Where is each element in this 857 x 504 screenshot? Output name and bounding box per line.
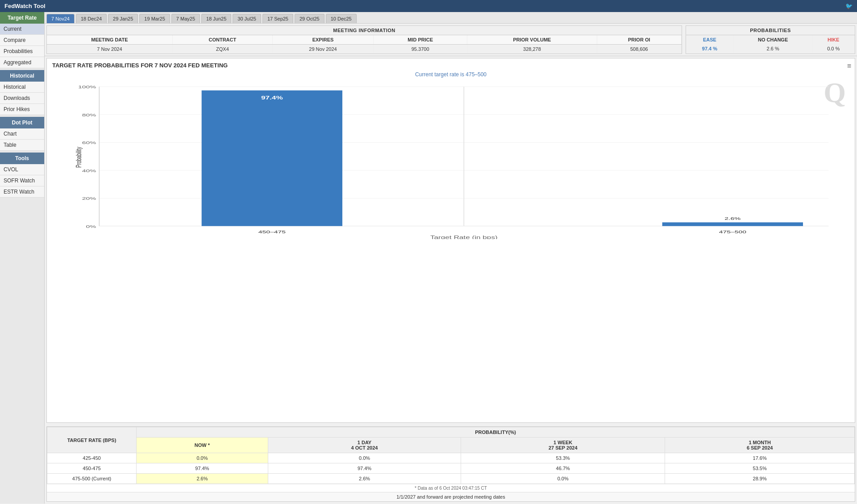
bar-475-500 bbox=[662, 223, 803, 226]
cell-1week: 46.7% bbox=[461, 463, 665, 474]
col-expires: EXPIRES bbox=[272, 35, 373, 45]
probabilities-table: EASE NO CHANGE HIKE 97.4 % 2.6 % 0.0 % bbox=[686, 35, 855, 53]
tab-29jan25[interactable]: 29 Jan25 bbox=[108, 14, 138, 23]
cell-1month: 28.9% bbox=[665, 474, 855, 484]
cell-1day: 97.4% bbox=[268, 463, 461, 474]
tab-30jul25[interactable]: 30 Jul25 bbox=[233, 14, 261, 23]
cell-contract: ZQX4 bbox=[172, 45, 272, 54]
cell-1month: 53.5% bbox=[665, 463, 855, 474]
probabilities-header: PROBABILITIES bbox=[686, 26, 855, 35]
sidebar-item-historical[interactable]: Historical bbox=[0, 82, 44, 93]
twitter-icon: 🐦 bbox=[845, 3, 853, 9]
svg-text:40%: 40% bbox=[82, 168, 96, 173]
sidebar-item-aggregated[interactable]: Aggregated bbox=[0, 57, 44, 68]
col-now: NOW * bbox=[137, 438, 268, 453]
sidebar-historical-header[interactable]: Historical bbox=[0, 70, 44, 82]
svg-text:0%: 0% bbox=[86, 224, 96, 229]
tab-29oct25[interactable]: 29 Oct25 bbox=[295, 14, 324, 23]
cell-rate: 425-450 bbox=[47, 453, 137, 463]
svg-text:60%: 60% bbox=[82, 140, 96, 145]
footer-note: 1/1/2027 and forward are projected meeti… bbox=[47, 492, 855, 501]
tab-19mar25[interactable]: 19 Mar25 bbox=[139, 14, 170, 23]
sidebar-item-probabilities[interactable]: Probabilities bbox=[0, 46, 44, 57]
tab-7nov24[interactable]: 7 Nov24 bbox=[46, 14, 75, 23]
sidebar-item-cvol[interactable]: CVOL bbox=[0, 164, 44, 175]
sidebar-dotplot-header[interactable]: Dot Plot bbox=[0, 117, 44, 128]
tab-18dec24[interactable]: 18 Dec24 bbox=[76, 14, 107, 23]
footnote: * Data as of 6 Oct 2024 03:47:15 CT bbox=[47, 484, 855, 492]
topbar: FedWatch Tool 🐦 bbox=[0, 0, 857, 12]
svg-text:97.4%: 97.4% bbox=[261, 95, 283, 100]
col-1week: 1 WEEK 27 SEP 2024 bbox=[461, 438, 665, 453]
sidebar-item-chart[interactable]: Chart bbox=[0, 128, 44, 140]
chart-area: TARGET RATE PROBABILITIES FOR 7 NOV 2024… bbox=[46, 58, 855, 423]
svg-text:450–475: 450–475 bbox=[258, 230, 286, 235]
app-title: FedWatch Tool bbox=[4, 3, 46, 9]
bottom-table-area: TARGET RATE (BPS) PROBABILITY(%) NOW * 1… bbox=[46, 426, 855, 502]
cell-now: 97.4% bbox=[137, 463, 268, 474]
svg-text:2.6%: 2.6% bbox=[724, 216, 741, 221]
col-meeting-date: MEETING DATE bbox=[47, 35, 172, 45]
prob-header: PROBABILITY(%) bbox=[137, 427, 855, 438]
cell-ease: 97.4 % bbox=[686, 44, 733, 53]
meeting-info-table: MEETING DATE CONTRACT EXPIRES MID PRICE … bbox=[47, 35, 682, 54]
col-1day: 1 DAY 4 OCT 2024 bbox=[268, 438, 461, 453]
cell-expires: 29 Nov 2024 bbox=[272, 45, 373, 54]
chart-menu-icon[interactable]: ≡ bbox=[847, 62, 851, 70]
meeting-tabs: 7 Nov24 18 Dec24 29 Jan25 19 Mar25 7 May… bbox=[45, 12, 857, 24]
cell-1week: 0.0% bbox=[461, 474, 665, 484]
info-area: MEETING INFORMATION MEETING DATE CONTRAC… bbox=[45, 24, 857, 56]
sidebar-item-sofr-watch[interactable]: SOFR Watch bbox=[0, 175, 44, 186]
col-mid-price: MID PRICE bbox=[374, 35, 467, 45]
svg-text:Target Rate (in bps): Target Rate (in bps) bbox=[430, 235, 498, 239]
col-no-change: NO CHANGE bbox=[733, 35, 812, 44]
sidebar-item-estr-watch[interactable]: ESTR Watch bbox=[0, 186, 44, 198]
svg-text:80%: 80% bbox=[82, 112, 96, 117]
sidebar-item-current[interactable]: Current bbox=[0, 24, 44, 35]
col-ease: EASE bbox=[686, 35, 733, 44]
cell-prior-volume: 328,278 bbox=[467, 45, 597, 54]
col-prior-oi: PRIOR OI bbox=[597, 35, 681, 45]
chart-container: 100% 80% 60% 40% 20% 0% Probability bbox=[47, 78, 855, 266]
meeting-info-header: MEETING INFORMATION bbox=[47, 26, 682, 35]
sidebar: Target Rate Current Compare Probabilitie… bbox=[0, 12, 45, 504]
cell-no-change: 2.6 % bbox=[733, 44, 812, 53]
cell-meeting-date: 7 Nov 2024 bbox=[47, 45, 172, 54]
cell-mid-price: 95.3700 bbox=[374, 45, 467, 54]
cell-prior-oi: 508,606 bbox=[597, 45, 681, 54]
meeting-info-panel: MEETING INFORMATION MEETING DATE CONTRAC… bbox=[46, 25, 682, 54]
tab-7may25[interactable]: 7 May25 bbox=[171, 14, 200, 23]
cell-1week: 53.3% bbox=[461, 453, 665, 463]
table-row: 425-4500.0%0.0%53.3%17.6% bbox=[47, 453, 855, 463]
svg-text:20%: 20% bbox=[82, 196, 96, 201]
chart-subtitle: Current target rate is 475–500 bbox=[47, 70, 855, 78]
table-row: 450-47597.4%97.4%46.7%53.5% bbox=[47, 463, 855, 474]
tab-17sep25[interactable]: 17 Sep25 bbox=[262, 14, 293, 23]
sidebar-target-rate-header[interactable]: Target Rate bbox=[0, 12, 44, 24]
sidebar-item-compare[interactable]: Compare bbox=[0, 35, 44, 46]
svg-text:475–500: 475–500 bbox=[719, 230, 746, 235]
col-hike: HIKE bbox=[812, 35, 855, 44]
col-contract: CONTRACT bbox=[172, 35, 272, 45]
cell-now: 0.0% bbox=[137, 453, 268, 463]
sidebar-item-downloads[interactable]: Downloads bbox=[0, 93, 44, 104]
svg-text:100%: 100% bbox=[78, 85, 96, 90]
content: 7 Nov24 18 Dec24 29 Jan25 19 Mar25 7 May… bbox=[45, 12, 857, 504]
cell-rate: 450-475 bbox=[47, 463, 137, 474]
chart-title: TARGET RATE PROBABILITIES FOR 7 NOV 2024… bbox=[47, 58, 855, 70]
cell-hike: 0.0 % bbox=[812, 44, 855, 53]
sidebar-item-table[interactable]: Table bbox=[0, 140, 44, 151]
cell-1day: 2.6% bbox=[268, 474, 461, 484]
tab-10dec25[interactable]: 10 Dec25 bbox=[326, 14, 357, 23]
col-1month: 1 MONTH 6 SEP 2024 bbox=[665, 438, 855, 453]
bar-450-475 bbox=[202, 91, 342, 226]
sidebar-tools-header[interactable]: Tools bbox=[0, 153, 44, 164]
tab-18jun25[interactable]: 18 Jun25 bbox=[201, 14, 231, 23]
bottom-table: TARGET RATE (BPS) PROBABILITY(%) NOW * 1… bbox=[47, 427, 855, 484]
sidebar-item-prior-hikes[interactable]: Prior Hikes bbox=[0, 104, 44, 115]
cell-1month: 17.6% bbox=[665, 453, 855, 463]
probabilities-panel: PROBABILITIES EASE NO CHANGE HIKE 97.4 %… bbox=[686, 25, 855, 54]
svg-text:Probability: Probability bbox=[74, 147, 83, 168]
cell-now: 2.6% bbox=[137, 474, 268, 484]
cell-rate: 475-500 (Current) bbox=[47, 474, 137, 484]
